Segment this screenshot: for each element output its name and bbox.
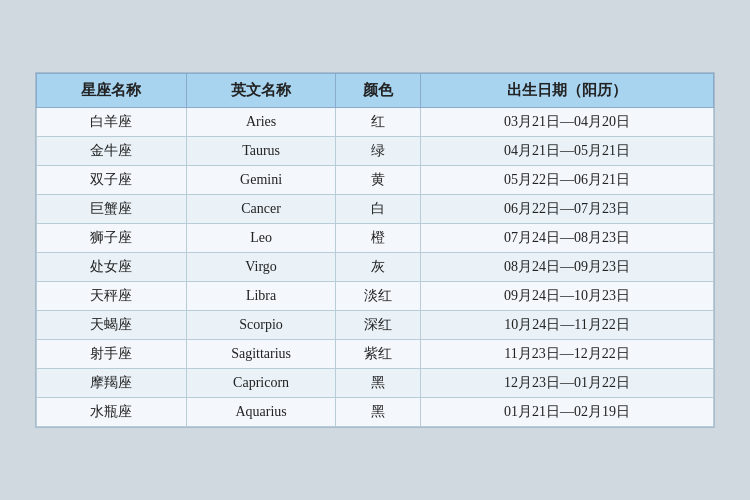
- table-row: 水瓶座Aquarius黑01月21日—02月19日: [37, 398, 714, 427]
- cell-r8-c1: Sagittarius: [186, 340, 336, 369]
- cell-r3-c1: Cancer: [186, 195, 336, 224]
- table-row: 处女座Virgo灰08月24日—09月23日: [37, 253, 714, 282]
- table-row: 天蝎座Scorpio深红10月24日—11月22日: [37, 311, 714, 340]
- zodiac-table: 星座名称 英文名称 颜色 出生日期（阳历） 白羊座Aries红03月21日—04…: [36, 73, 714, 427]
- cell-r3-c2: 白: [336, 195, 421, 224]
- cell-r8-c3: 11月23日—12月22日: [421, 340, 714, 369]
- table-body: 白羊座Aries红03月21日—04月20日金牛座Taurus绿04月21日—0…: [37, 108, 714, 427]
- cell-r5-c0: 处女座: [37, 253, 187, 282]
- cell-r0-c0: 白羊座: [37, 108, 187, 137]
- table-header-row: 星座名称 英文名称 颜色 出生日期（阳历）: [37, 74, 714, 108]
- table-row: 金牛座Taurus绿04月21日—05月21日: [37, 137, 714, 166]
- cell-r9-c2: 黑: [336, 369, 421, 398]
- cell-r5-c3: 08月24日—09月23日: [421, 253, 714, 282]
- cell-r10-c0: 水瓶座: [37, 398, 187, 427]
- cell-r4-c0: 狮子座: [37, 224, 187, 253]
- cell-r0-c1: Aries: [186, 108, 336, 137]
- cell-r4-c2: 橙: [336, 224, 421, 253]
- cell-r6-c1: Libra: [186, 282, 336, 311]
- cell-r1-c2: 绿: [336, 137, 421, 166]
- col-header-english-name: 英文名称: [186, 74, 336, 108]
- col-header-date: 出生日期（阳历）: [421, 74, 714, 108]
- cell-r9-c1: Capricorn: [186, 369, 336, 398]
- table-row: 巨蟹座Cancer白06月22日—07月23日: [37, 195, 714, 224]
- cell-r2-c1: Gemini: [186, 166, 336, 195]
- col-header-chinese-name: 星座名称: [37, 74, 187, 108]
- table-row: 摩羯座Capricorn黑12月23日—01月22日: [37, 369, 714, 398]
- cell-r2-c2: 黄: [336, 166, 421, 195]
- table-row: 射手座Sagittarius紫红11月23日—12月22日: [37, 340, 714, 369]
- cell-r5-c1: Virgo: [186, 253, 336, 282]
- cell-r7-c2: 深红: [336, 311, 421, 340]
- table-row: 双子座Gemini黄05月22日—06月21日: [37, 166, 714, 195]
- cell-r6-c0: 天秤座: [37, 282, 187, 311]
- cell-r4-c3: 07月24日—08月23日: [421, 224, 714, 253]
- cell-r9-c0: 摩羯座: [37, 369, 187, 398]
- cell-r0-c2: 红: [336, 108, 421, 137]
- cell-r6-c2: 淡红: [336, 282, 421, 311]
- cell-r6-c3: 09月24日—10月23日: [421, 282, 714, 311]
- cell-r5-c2: 灰: [336, 253, 421, 282]
- col-header-color: 颜色: [336, 74, 421, 108]
- cell-r10-c1: Aquarius: [186, 398, 336, 427]
- table-row: 狮子座Leo橙07月24日—08月23日: [37, 224, 714, 253]
- cell-r8-c2: 紫红: [336, 340, 421, 369]
- cell-r3-c3: 06月22日—07月23日: [421, 195, 714, 224]
- zodiac-table-container: 星座名称 英文名称 颜色 出生日期（阳历） 白羊座Aries红03月21日—04…: [35, 72, 715, 428]
- cell-r2-c3: 05月22日—06月21日: [421, 166, 714, 195]
- cell-r9-c3: 12月23日—01月22日: [421, 369, 714, 398]
- cell-r0-c3: 03月21日—04月20日: [421, 108, 714, 137]
- cell-r2-c0: 双子座: [37, 166, 187, 195]
- cell-r10-c3: 01月21日—02月19日: [421, 398, 714, 427]
- cell-r3-c0: 巨蟹座: [37, 195, 187, 224]
- table-row: 天秤座Libra淡红09月24日—10月23日: [37, 282, 714, 311]
- cell-r1-c3: 04月21日—05月21日: [421, 137, 714, 166]
- cell-r7-c0: 天蝎座: [37, 311, 187, 340]
- table-row: 白羊座Aries红03月21日—04月20日: [37, 108, 714, 137]
- cell-r7-c1: Scorpio: [186, 311, 336, 340]
- cell-r8-c0: 射手座: [37, 340, 187, 369]
- cell-r1-c1: Taurus: [186, 137, 336, 166]
- cell-r10-c2: 黑: [336, 398, 421, 427]
- cell-r4-c1: Leo: [186, 224, 336, 253]
- cell-r7-c3: 10月24日—11月22日: [421, 311, 714, 340]
- cell-r1-c0: 金牛座: [37, 137, 187, 166]
